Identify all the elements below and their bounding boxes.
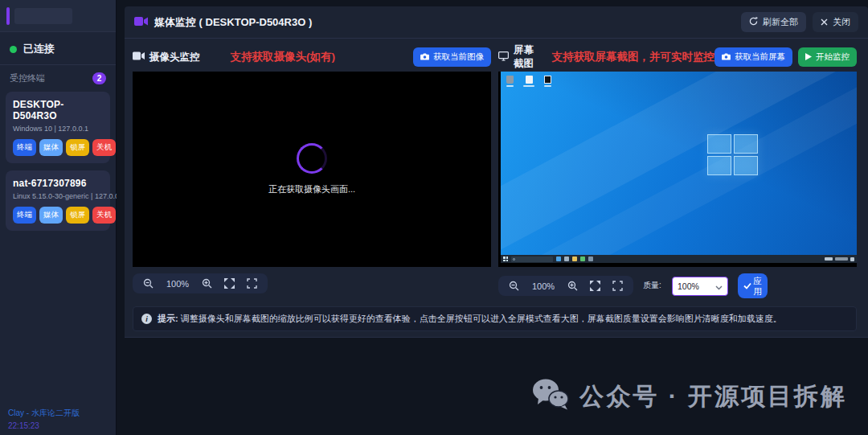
panel-content: 摄像头监控 支持获取摄像头(如有) 获取当前图像: [125, 39, 868, 331]
page-title: 媒体监控 ( DESKTOP-D504R3O ): [154, 15, 312, 30]
start-monitor-button[interactable]: 开始监控: [798, 47, 857, 67]
remote-screenshot: [501, 72, 857, 263]
camera-title: 摄像头监控: [149, 51, 200, 64]
windows-desktop: [501, 72, 857, 255]
zoom-in-icon[interactable]: [567, 281, 578, 291]
fit-screen-icon[interactable]: [590, 281, 600, 291]
wechat-icon: [532, 378, 569, 416]
terminals-count-badge: 2: [92, 72, 106, 84]
app-root: 已连接 受控终端 2 DESKTOP-D504R3O Windows 10 | …: [0, 0, 868, 435]
screen-title-group: 屏幕截图: [498, 43, 534, 71]
chevron-down-icon: [715, 279, 723, 293]
media-button[interactable]: 媒体: [39, 139, 63, 156]
camera-section-header: 摄像头监控 支持获取摄像头(如有) 获取当前图像: [133, 47, 491, 68]
capture-image-button[interactable]: 获取当前图像: [413, 47, 491, 67]
panel-header: 媒体监控 ( DESKTOP-D504R3O ) 刷新全部 关闭: [125, 6, 868, 39]
watermark: 公众号 · 开源项目拆解: [532, 378, 847, 416]
zoom-out-icon[interactable]: [509, 281, 519, 291]
app-logo: [14, 8, 72, 24]
device-meta: Windows 10 | 127.0.0.1: [13, 125, 103, 133]
device-meta: Linux 5.15.0-30-generic | 127.0.0.1: [13, 192, 103, 200]
shutdown-button[interactable]: 关机: [92, 139, 116, 156]
screen-viewport[interactable]: [498, 72, 857, 267]
close-label: 关闭: [833, 16, 850, 28]
taskbar-tray: [825, 257, 854, 261]
camera-zoom-toolbar: 100%: [133, 273, 268, 293]
camera-icon: [133, 51, 145, 63]
tip-text: 提示: 调整摄像头和屏幕截图的缩放比例可以获得更好的查看体验，点击全屏按钮可以进…: [158, 313, 782, 325]
screen-title: 屏幕截图: [514, 43, 534, 71]
terminal-button[interactable]: 终端: [13, 139, 36, 156]
device-name: nat-6717307896: [13, 178, 103, 189]
zoom-in-icon[interactable]: [202, 278, 212, 289]
close-button[interactable]: 关闭: [813, 12, 858, 32]
lockscreen-button[interactable]: 锁屏: [66, 207, 89, 224]
refresh-all-button[interactable]: 刷新全部: [741, 12, 806, 32]
windows-logo: [707, 134, 758, 175]
fit-screen-icon[interactable]: [224, 278, 235, 289]
play-icon: [805, 52, 812, 62]
monitor-icon: [498, 51, 509, 64]
quality-label: 质量:: [643, 281, 662, 291]
sidebar: 已连接 受控终端 2 DESKTOP-D504R3O Windows 10 | …: [0, 0, 117, 435]
photo-camera-icon: [722, 52, 731, 62]
device-actions: 终端 媒体 锁屏 关机: [13, 207, 103, 224]
terminal-button[interactable]: 终端: [13, 207, 36, 224]
camera-viewport[interactable]: 正在获取摄像头画面...: [133, 72, 491, 267]
video-camera-icon: [134, 16, 148, 29]
screen-zoom-value: 100%: [531, 281, 555, 291]
sidebar-footer: Clay - 水库论二开版 22:15:23: [0, 401, 116, 435]
close-icon: [821, 18, 828, 27]
windows-taskbar: [501, 255, 857, 263]
taskbar-search: [511, 256, 553, 262]
apply-label: 应用: [753, 276, 763, 295]
screen-zoom-toolbar: 100%: [498, 276, 633, 296]
loading-spinner-icon: [297, 143, 327, 174]
shutdown-button[interactable]: 关机: [92, 207, 116, 224]
refresh-label: 刷新全部: [763, 16, 798, 28]
main-area: 媒体监控 ( DESKTOP-D504R3O ) 刷新全部 关闭: [117, 0, 868, 435]
fullscreen-icon[interactable]: [612, 281, 623, 291]
connected-dot-icon: [10, 46, 17, 53]
device-actions: 终端 媒体 锁屏 关机: [13, 139, 103, 156]
start-monitor-label: 开始监控: [816, 51, 850, 63]
screen-hint-text: 支持获取屏幕截图，并可实时监控: [552, 50, 715, 64]
camera-loading: 正在获取摄像头画面...: [268, 143, 355, 195]
capture-image-label: 获取当前图像: [433, 51, 484, 63]
tip-label: 提示:: [158, 314, 178, 323]
media-monitor-panel: 媒体监控 ( DESKTOP-D504R3O ) 刷新全部 关闭: [125, 6, 868, 338]
connection-status: 已连接: [0, 32, 116, 65]
check-icon: [743, 280, 751, 292]
clock-text: 22:15:23: [8, 421, 108, 430]
screen-section-header: 屏幕截图 支持获取屏幕截图，并可实时监控 获取当前屏幕: [498, 47, 857, 68]
device-name: DESKTOP-D504R3O: [13, 99, 103, 121]
screen-section: 屏幕截图 支持获取屏幕截图，并可实时监控 获取当前屏幕: [498, 47, 857, 298]
quality-select[interactable]: 100%: [672, 277, 728, 296]
camera-section: 摄像头监控 支持获取摄像头(如有) 获取当前图像: [133, 47, 491, 298]
media-button[interactable]: 媒体: [39, 207, 63, 224]
fullscreen-icon[interactable]: [247, 278, 257, 289]
apply-button[interactable]: 应用: [738, 273, 768, 298]
connection-status-label: 已连接: [23, 42, 55, 56]
tip-bar: i 提示: 调整摄像头和屏幕截图的缩放比例可以获得更好的查看体验，点击全屏按钮可…: [133, 306, 857, 331]
accent-bar: [6, 7, 10, 25]
desktop-icon-recycle-bin: [506, 76, 514, 87]
info-icon: i: [141, 314, 152, 324]
capture-screen-button[interactable]: 获取当前屏幕: [714, 47, 792, 67]
device-card-desktop[interactable]: DESKTOP-D504R3O Windows 10 | 127.0.0.1 终…: [6, 92, 110, 163]
watermark-text: 公众号 · 开源项目拆解: [579, 380, 847, 413]
device-card-nat[interactable]: nat-6717307896 Linux 5.15.0-30-generic |…: [6, 170, 110, 231]
terminals-label: 受控终端: [10, 72, 45, 84]
camera-hint-text: 支持获取摄像头(如有): [231, 50, 336, 64]
quality-value: 100%: [678, 281, 699, 291]
terminals-row: 受控终端 2: [0, 65, 116, 92]
camera-title-group: 摄像头监控: [133, 51, 200, 64]
photo-camera-icon: [420, 52, 429, 62]
desktop-icon-terminal: [544, 76, 551, 87]
panel-title-group: 媒体监控 ( DESKTOP-D504R3O ): [134, 15, 312, 30]
desktop-icon-document: [523, 76, 534, 87]
lockscreen-button[interactable]: 锁屏: [66, 139, 89, 156]
camera-zoom-value: 100%: [166, 279, 190, 289]
credit-link[interactable]: Clay - 水库论二开版: [8, 408, 108, 419]
zoom-out-icon[interactable]: [143, 278, 154, 289]
